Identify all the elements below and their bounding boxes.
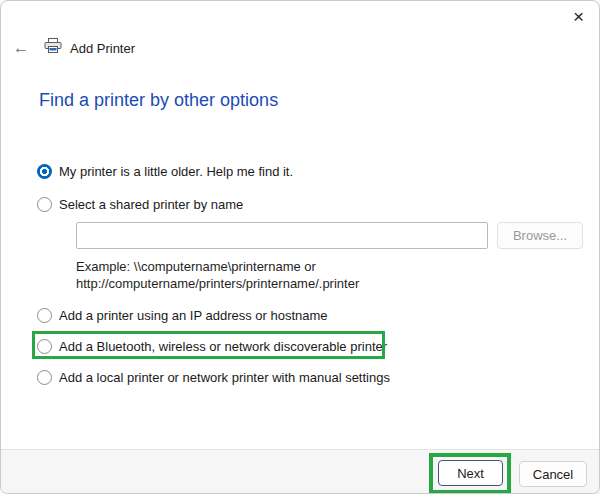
shared-printer-example-text: Example: \\computername\printername or h… xyxy=(76,258,359,292)
option-label: Add a Bluetooth, wireless or network dis… xyxy=(59,339,387,354)
example-line-1: Example: \\computername\printername or xyxy=(76,258,359,275)
footer-bar xyxy=(1,449,599,494)
radio-icon[interactable] xyxy=(37,370,52,385)
printer-icon xyxy=(44,38,62,58)
next-button[interactable]: Next xyxy=(438,460,503,486)
radio-icon[interactable] xyxy=(37,339,52,354)
radio-option-bluetooth-wireless[interactable]: Add a Bluetooth, wireless or network dis… xyxy=(37,337,387,355)
dialog-header: ← Add Printer xyxy=(13,38,135,58)
radio-option-shared-printer[interactable]: Select a shared printer by name xyxy=(37,195,243,213)
option-label: My printer is a little older. Help me fi… xyxy=(59,164,293,179)
page-title: Find a printer by other options xyxy=(39,90,278,111)
add-printer-dialog: × ← Add Printer Find a printer by other … xyxy=(0,0,600,494)
back-icon[interactable]: ← xyxy=(13,39,29,57)
browse-button[interactable]: Browse... xyxy=(497,222,583,249)
radio-icon[interactable] xyxy=(37,164,52,179)
shared-printer-name-input[interactable] xyxy=(76,222,488,249)
radio-option-older-printer[interactable]: My printer is a little older. Help me fi… xyxy=(37,162,293,180)
cancel-button[interactable]: Cancel xyxy=(519,461,587,487)
radio-icon[interactable] xyxy=(37,197,52,212)
option-label: Add a local printer or network printer w… xyxy=(59,370,390,385)
close-icon[interactable]: × xyxy=(569,6,588,28)
window-title: Add Printer xyxy=(70,41,135,56)
example-line-2: http://computername/printers/printername… xyxy=(76,275,359,292)
option-label: Add a printer using an IP address or hos… xyxy=(59,308,328,323)
radio-icon[interactable] xyxy=(37,308,52,323)
radio-option-ip-hostname[interactable]: Add a printer using an IP address or hos… xyxy=(37,306,328,324)
radio-option-local-manual[interactable]: Add a local printer or network printer w… xyxy=(37,368,390,386)
option-label: Select a shared printer by name xyxy=(59,197,243,212)
